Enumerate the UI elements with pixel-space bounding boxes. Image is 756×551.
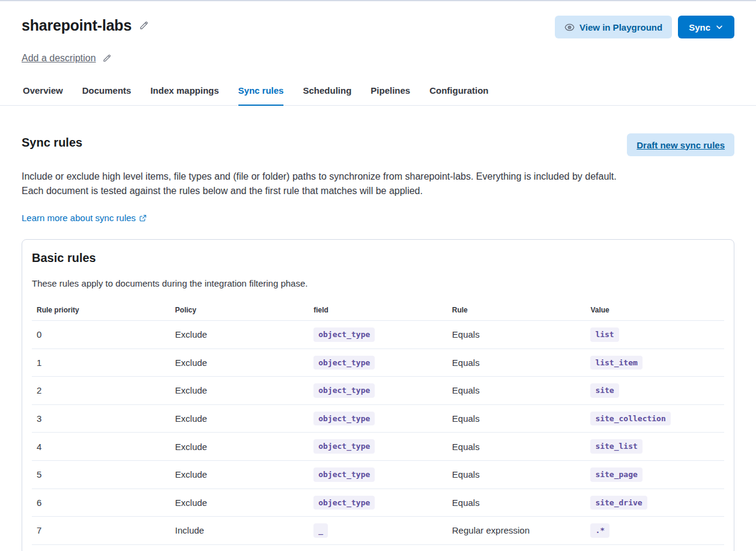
- tab-sync-rules[interactable]: Sync rules: [238, 77, 284, 106]
- value-cell: site_list: [585, 433, 724, 461]
- edit-title-pencil-icon[interactable]: [139, 20, 149, 31]
- field-cell: _: [309, 517, 447, 545]
- section-title: Sync rules: [22, 133, 82, 150]
- rule-cell: Equals: [447, 433, 586, 461]
- field-code-badge: object_type: [313, 383, 375, 398]
- edit-description-pencil-icon[interactable]: [102, 53, 112, 63]
- value-cell: site_collection: [585, 404, 724, 433]
- title-row: sharepoint-labs: [22, 16, 149, 34]
- value-code-badge: site_list: [590, 439, 642, 454]
- field-code-badge: object_type: [313, 467, 375, 482]
- value-code-badge: site_drive: [590, 496, 647, 510]
- table-row: 0 Exclude object_type Equals list: [32, 321, 724, 349]
- chevron-down-icon: [715, 23, 724, 31]
- add-description-link[interactable]: Add a description: [22, 53, 96, 64]
- page-header: sharepoint-labs View in Playground: [22, 16, 734, 38]
- header-actions: View in Playground Sync: [555, 16, 734, 38]
- value-cell: list_item: [585, 349, 724, 377]
- table-row: 6 Exclude object_type Equals site_drive: [32, 489, 724, 517]
- rule-priority-cell: 6: [32, 489, 171, 517]
- rule-priority-cell: 2: [32, 377, 171, 405]
- page-title: sharepoint-labs: [22, 17, 132, 34]
- table-row: 4 Exclude object_type Equals site_list: [32, 433, 724, 461]
- tab-index-mappings[interactable]: Index mappings: [150, 77, 219, 106]
- basic-rules-card: Basic rules These rules apply to documen…: [22, 239, 734, 551]
- field-code-badge: object_type: [313, 496, 375, 510]
- eye-icon: [564, 22, 575, 32]
- table-row: 5 Exclude object_type Equals site_page: [32, 460, 724, 489]
- external-link-icon: [139, 214, 147, 222]
- field-cell: object_type: [309, 460, 447, 489]
- tab-bar: OverviewDocumentsIndex mappingsSync rule…: [0, 77, 756, 105]
- connector-page: sharepoint-labs View in Playground: [0, 1, 756, 551]
- tab-scheduling[interactable]: Scheduling: [303, 77, 351, 106]
- policy-cell: Exclude: [171, 321, 309, 349]
- value-code-badge: site_collection: [590, 412, 670, 426]
- table-row: 3 Exclude object_type Equals site_collec…: [32, 404, 724, 433]
- sync-button[interactable]: Sync: [678, 16, 734, 38]
- value-cell: .*: [585, 517, 724, 545]
- tab-pipelines[interactable]: Pipelines: [370, 77, 410, 106]
- rules-table-body: 0 Exclude object_type Equals list 1 Excl…: [32, 321, 724, 545]
- rule-cell: Regular expression: [447, 517, 586, 545]
- rule-cell: Equals: [447, 460, 586, 489]
- value-code-badge: site: [590, 383, 618, 398]
- policy-cell: Exclude: [171, 404, 309, 433]
- tab-bar-wrapper: OverviewDocumentsIndex mappingsSync rule…: [0, 77, 756, 106]
- field-code-badge: object_type: [313, 327, 375, 342]
- tab-configuration[interactable]: Configuration: [429, 77, 488, 106]
- column-header-field: field: [309, 301, 447, 321]
- column-header-rule-priority: Rule priority: [32, 301, 171, 321]
- value-code-badge: site_page: [590, 467, 642, 482]
- field-cell: object_type: [309, 404, 447, 433]
- draft-new-sync-rules-label: Draft new sync rules: [637, 140, 725, 150]
- rule-cell: Equals: [447, 377, 586, 405]
- table-row: 2 Exclude object_type Equals site: [32, 377, 724, 405]
- view-in-playground-button[interactable]: View in Playground: [555, 16, 672, 38]
- learn-more-link[interactable]: Learn more about sync rules: [22, 213, 147, 223]
- field-code-badge: object_type: [313, 412, 375, 426]
- rule-cell: Equals: [447, 349, 586, 377]
- column-header-value: Value: [585, 301, 724, 321]
- field-code-badge: object_type: [313, 356, 375, 370]
- value-cell: list: [585, 321, 724, 349]
- basic-rules-subtitle: These rules apply to documents during th…: [32, 278, 724, 288]
- rule-priority-cell: 4: [32, 433, 171, 461]
- value-cell: site: [585, 377, 724, 405]
- sync-rules-section-header: Sync rules Draft new sync rules: [22, 133, 734, 156]
- rule-priority-cell: 0: [32, 321, 171, 349]
- policy-cell: Exclude: [171, 460, 309, 489]
- sync-button-label: Sync: [689, 22, 710, 32]
- table-header-row: Rule priorityPolicyfieldRuleValue: [32, 301, 724, 321]
- field-cell: object_type: [309, 349, 447, 377]
- rule-cell: Equals: [447, 404, 586, 433]
- field-code-badge: _: [313, 523, 328, 538]
- add-description-row: Add a description: [22, 53, 734, 64]
- tab-overview[interactable]: Overview: [23, 77, 63, 106]
- policy-cell: Include: [171, 517, 309, 545]
- basic-rules-title: Basic rules: [32, 251, 724, 265]
- tab-documents[interactable]: Documents: [82, 77, 132, 106]
- table-row: 7 Include _ Regular expression .*: [32, 517, 724, 545]
- policy-cell: Exclude: [171, 349, 309, 377]
- rule-priority-cell: 3: [32, 404, 171, 433]
- field-cell: object_type: [309, 489, 447, 517]
- value-cell: site_page: [585, 460, 724, 489]
- field-cell: object_type: [309, 433, 447, 461]
- column-header-rule: Rule: [447, 301, 586, 321]
- rule-priority-cell: 7: [32, 517, 171, 545]
- table-row: 1 Exclude object_type Equals list_item: [32, 349, 724, 377]
- rule-cell: Equals: [447, 321, 586, 349]
- value-code-badge: list_item: [590, 356, 642, 370]
- draft-new-sync-rules-button[interactable]: Draft new sync rules: [627, 133, 734, 156]
- learn-more-label: Learn more about sync rules: [22, 213, 136, 223]
- rule-cell: Equals: [447, 489, 586, 517]
- policy-cell: Exclude: [171, 489, 309, 517]
- rule-priority-cell: 1: [32, 349, 171, 377]
- section-description: Include or exclude high level items, fil…: [22, 169, 625, 198]
- value-code-badge: list: [590, 327, 618, 342]
- view-in-playground-label: View in Playground: [579, 22, 662, 32]
- field-code-badge: object_type: [313, 439, 375, 454]
- field-cell: object_type: [309, 321, 447, 349]
- column-header-policy: Policy: [171, 301, 309, 321]
